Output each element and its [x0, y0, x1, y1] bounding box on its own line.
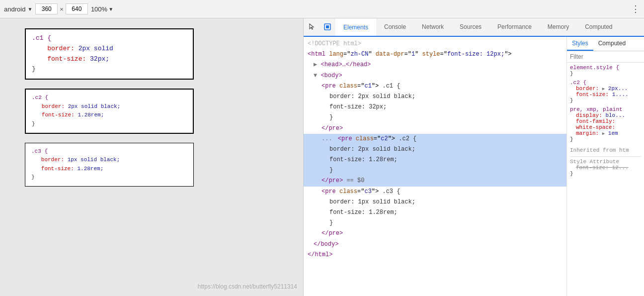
styles-filter-input[interactable]: [570, 53, 641, 60]
style-rule-pre: pre, xmp, plaint display: blo... font-fa…: [570, 106, 641, 142]
top-toolbar: android ▼ × 100% ▼ ⋮: [0, 0, 644, 18]
tab-cursor[interactable]: [304, 18, 320, 36]
html-line-c3-fontsize[interactable]: font-size: 1.28rem;: [304, 207, 566, 218]
css-box-c2: .c2 { border: 2px solid black; font-size…: [25, 89, 194, 133]
html-line-pre-c1[interactable]: <pre class="c1"> .c1 {: [304, 81, 566, 92]
pre-selector: pre, xmp, plaint: [570, 106, 623, 112]
style-rule-element: element.style { }: [570, 65, 641, 77]
html-line-c1-brace[interactable]: }: [304, 112, 566, 123]
device-name: android: [4, 5, 25, 13]
inherited-label: Inherited from htm: [570, 145, 641, 154]
html-line-pre-c3[interactable]: <pre class="c3"> .c3 {: [304, 187, 566, 197]
c2-border-val: 2px...: [605, 86, 628, 92]
c2-selector: .c2 {: [570, 80, 586, 86]
c1-line1: .c1 {: [32, 33, 187, 44]
pre-fontfamily-prop: font-family:: [570, 118, 615, 124]
c3-line3: font-size: 1.28rem;: [31, 165, 187, 174]
tab-memory[interactable]: Memory: [540, 18, 577, 36]
html-line-c2-border[interactable]: border: 2px solid black;: [304, 144, 566, 155]
device-preview: .c1 { border: 2px solid font-size: 32px;…: [0, 18, 303, 296]
size-inputs: ×: [35, 3, 88, 14]
pre-margin-val: 1em: [605, 130, 618, 136]
styles-filter: [567, 51, 644, 63]
tab-performance[interactable]: Performance: [489, 18, 540, 36]
c3-line2: border: 1px solid black;: [31, 156, 187, 165]
pre-whitespace-prop: white-space:: [570, 124, 615, 130]
styles-tabs: Styles Computed: [567, 37, 644, 51]
style-attribute-section: Style Attribute font-size: 12... }: [570, 156, 641, 178]
element-style-selector: element.style {: [570, 65, 619, 71]
device-dropdown-arrow[interactable]: ▼: [27, 6, 32, 12]
c2-line2: border: 2px solid black;: [32, 102, 187, 111]
styles-panel: Styles Computed element.style { }: [567, 37, 644, 296]
tab-inspect[interactable]: [320, 18, 335, 36]
c1-line2: border: 2px solid: [32, 44, 187, 54]
styles-content: element.style { } .c2 { border: ▶ 2px...…: [567, 63, 644, 296]
tab-network[interactable]: Network: [414, 18, 452, 36]
element-style-close: }: [570, 71, 573, 77]
c2-line1: .c2 {: [32, 94, 187, 102]
preview-url: https://blog.csdn.net/butterfly5211314: [198, 283, 297, 290]
css-box-c1: .c1 { border: 2px solid font-size: 32px;…: [25, 28, 194, 80]
style-rule-c2: .c2 { border: ▶ 2px... font-size: 1.... …: [570, 80, 641, 103]
html-line-body-close[interactable]: </body>: [304, 239, 566, 250]
styles-tab-computed[interactable]: Computed: [593, 37, 631, 51]
devtools-tabs: Elements Console Network Sources Perform…: [304, 18, 644, 37]
device-selector[interactable]: android ▼: [4, 5, 32, 13]
width-input[interactable]: [35, 3, 58, 14]
html-line-pre-c2-close[interactable]: </pre> == $0: [304, 176, 566, 186]
c1-line4: }: [32, 64, 187, 75]
html-line-c2-brace[interactable]: }: [304, 165, 566, 176]
pre-display-prop: display:: [570, 112, 605, 118]
html-line-pre-c1-close[interactable]: </pre>: [304, 123, 566, 134]
html-line-head[interactable]: ▶ <head>…</head>: [304, 60, 566, 70]
style-attr-fontsize-prop: font-size: 12...: [570, 165, 629, 171]
c2-close: }: [570, 98, 573, 103]
zoom-dropdown-arrow[interactable]: ▼: [108, 6, 113, 12]
html-line-c2-fontsize[interactable]: font-size: 1.28rem;: [304, 155, 566, 165]
c3-line1: .c3 {: [31, 147, 187, 156]
c2-border-prop: border:: [570, 86, 602, 92]
html-panel[interactable]: <!DOCTYPE html> <html lang="zh-CN" data-…: [304, 37, 567, 296]
c2-line4: }: [32, 120, 187, 129]
c3-line4: }: [31, 173, 187, 182]
zoom-selector[interactable]: 100% ▼: [91, 5, 113, 13]
tab-sources[interactable]: Sources: [452, 18, 489, 36]
html-line-c1-fontsize[interactable]: font-size: 32px;: [304, 102, 566, 112]
main-area: .c1 { border: 2px solid font-size: 32px;…: [0, 18, 644, 296]
pre-close: }: [570, 136, 573, 142]
html-line-c3-brace[interactable]: }: [304, 218, 566, 228]
height-input[interactable]: [66, 3, 88, 14]
devtools-sub: <!DOCTYPE html> <html lang="zh-CN" data-…: [304, 37, 644, 296]
html-line-html-close[interactable]: </html>: [304, 250, 566, 260]
size-separator: ×: [60, 5, 64, 13]
pre-display-val: blo...: [605, 112, 625, 118]
html-line-html[interactable]: <html lang="zh-CN" data-dpr="1" style="f…: [304, 49, 566, 60]
html-line-c3-border[interactable]: border: 1px solid black;: [304, 197, 566, 207]
css-box-c3: .c3 { border: 1px solid black; font-size…: [25, 143, 194, 187]
tab-console[interactable]: Console: [376, 18, 414, 36]
preview-content: .c1 { border: 2px solid font-size: 32px;…: [0, 18, 204, 296]
c2-fontsize-val: 1....: [612, 92, 629, 98]
tab-computed[interactable]: Computed: [577, 18, 620, 36]
styles-tab-styles[interactable]: Styles: [567, 37, 593, 51]
zoom-value: 100%: [91, 5, 107, 13]
svg-rect-1: [326, 25, 329, 28]
c2-fontsize-prop: font-size:: [570, 92, 612, 98]
html-line-body[interactable]: ▼ <body>: [304, 71, 566, 81]
c1-line3: font-size: 32px;: [32, 54, 187, 65]
html-line-pre-c3-close[interactable]: </pre>: [304, 228, 566, 239]
html-line-doctype[interactable]: <!DOCTYPE html>: [304, 39, 566, 49]
html-line-pre-c2-dots[interactable]: ... <pre class="c2"> .c2 {: [304, 134, 566, 144]
devtools-panel: Elements Console Network Sources Perform…: [303, 18, 644, 296]
style-attr-close: }: [570, 171, 573, 177]
c2-line3: font-size: 1.28rem;: [32, 111, 187, 120]
html-line-c1-border[interactable]: border: 2px solid black;: [304, 92, 566, 102]
more-options-button[interactable]: ⋮: [631, 3, 640, 14]
tab-elements[interactable]: Elements: [335, 18, 376, 37]
pre-margin-prop: margin:: [570, 130, 602, 136]
